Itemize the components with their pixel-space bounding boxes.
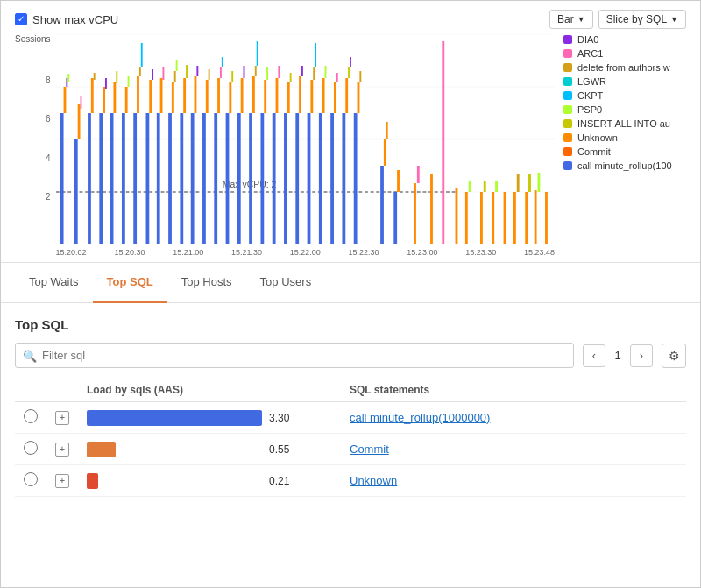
row3-sql-link[interactable]: Unknown <box>350 474 397 487</box>
svg-rect-114 <box>537 173 540 192</box>
row1-radio[interactable] <box>24 409 38 423</box>
svg-rect-90 <box>357 82 359 113</box>
x-label-4: 15:22:00 <box>290 248 321 257</box>
tab-top-waits[interactable]: Top Waits <box>15 263 93 303</box>
show-max-vcpu-checkbox-label[interactable]: Show max vCPU <box>15 13 118 26</box>
row1-bar-bg <box>87 410 262 426</box>
legend-item-delete: delete from authors w <box>563 62 686 73</box>
table-settings-button[interactable]: ⚙ <box>662 344 686 368</box>
svg-rect-101 <box>455 188 457 244</box>
tab-top-hosts[interactable]: Top Hosts <box>167 263 246 303</box>
svg-rect-93 <box>383 139 386 166</box>
row3-radio[interactable] <box>24 472 38 486</box>
row2-bar-value: 0.55 <box>269 443 295 456</box>
svg-rect-29 <box>140 43 142 67</box>
chart-svg-area: Max vCPU: 2 <box>56 34 555 244</box>
legend-item-unknown: Unknown <box>563 132 686 143</box>
search-icon: 🔍 <box>23 349 37 362</box>
svg-rect-46 <box>202 113 206 244</box>
slice-by-dropdown[interactable]: Slice by SQL ▼ <box>598 10 686 29</box>
svg-rect-52 <box>221 57 223 67</box>
legend-item-ckpt: CKPT <box>563 90 686 101</box>
svg-rect-104 <box>480 192 483 244</box>
svg-rect-82 <box>330 113 334 244</box>
svg-rect-79 <box>318 113 322 244</box>
svg-rect-88 <box>350 57 351 67</box>
row2-radio[interactable] <box>24 441 38 455</box>
prev-page-button[interactable]: ‹ <box>583 344 605 367</box>
filter-sql-input[interactable] <box>15 343 574 368</box>
legend-label-dia0: DIA0 <box>577 34 598 45</box>
svg-rect-55 <box>231 71 233 82</box>
row1-bar-fill <box>87 410 262 426</box>
legend-label-psp0: PSP0 <box>577 104 602 115</box>
svg-rect-23 <box>122 113 125 244</box>
tabs-section: Top Waits Top SQL Top Hosts Top Users <box>1 263 700 303</box>
section-title: Top SQL <box>15 317 686 332</box>
svg-rect-91 <box>359 71 361 82</box>
legend-color-call <box>563 161 572 170</box>
svg-rect-64 <box>264 80 266 113</box>
y-label-0 <box>48 231 51 241</box>
svg-rect-106 <box>492 192 494 244</box>
legend-color-psp0 <box>563 105 572 114</box>
svg-rect-57 <box>240 78 243 113</box>
tab-top-sql[interactable]: Top SQL <box>93 263 167 303</box>
svg-rect-27 <box>137 76 139 113</box>
legend-label-arc1: ARC1 <box>577 48 603 59</box>
svg-rect-86 <box>345 78 348 113</box>
svg-rect-67 <box>275 78 278 113</box>
show-max-vcpu-checkbox[interactable] <box>15 13 27 25</box>
svg-rect-61 <box>254 66 256 76</box>
y-label-8: 8 <box>46 75 51 85</box>
bar-dropdown[interactable]: Bar ▼ <box>549 10 593 29</box>
svg-rect-113 <box>534 190 536 244</box>
svg-rect-78 <box>315 43 316 67</box>
svg-rect-13 <box>80 96 81 109</box>
tab-top-sql-label: Top SQL <box>107 275 153 288</box>
row2-radio-cell <box>15 434 46 465</box>
svg-rect-54 <box>229 82 231 113</box>
x-label-3: 15:21:30 <box>231 248 262 257</box>
svg-rect-66 <box>272 113 275 244</box>
svg-rect-53 <box>225 113 229 244</box>
svg-rect-109 <box>513 192 516 244</box>
y-axis-title: Sessions <box>15 34 51 44</box>
svg-rect-99 <box>430 174 433 244</box>
svg-rect-35 <box>162 67 164 80</box>
row2-expand-button[interactable]: + <box>55 443 69 457</box>
svg-rect-17 <box>99 113 103 244</box>
bar-label: Bar <box>557 13 574 25</box>
svg-rect-70 <box>287 82 289 113</box>
chart-container: Sessions 8 6 4 2 Max vCPU: 2 <box>15 34 686 259</box>
y-label-2: 2 <box>46 192 51 202</box>
svg-rect-20 <box>110 113 113 244</box>
svg-rect-58 <box>243 66 244 78</box>
tab-top-users[interactable]: Top Users <box>246 263 326 303</box>
svg-rect-62 <box>256 41 258 66</box>
svg-rect-111 <box>525 192 528 244</box>
row3-bar-value: 0.21 <box>269 475 295 487</box>
row2-sql-link[interactable]: Commit <box>350 443 389 456</box>
row1-sql-link[interactable]: call minute_rollup(1000000) <box>350 411 490 424</box>
next-page-button[interactable]: › <box>630 344 653 367</box>
svg-rect-107 <box>495 181 498 192</box>
pagination: ‹ 1 › <box>583 344 653 367</box>
slice-by-caret-icon: ▼ <box>670 15 678 24</box>
svg-rect-9 <box>66 78 67 87</box>
row3-load-cell: 0.21 <box>78 465 341 497</box>
show-max-vcpu-text: Show max vCPU <box>32 13 118 26</box>
svg-rect-87 <box>348 67 350 78</box>
svg-rect-63 <box>260 113 264 244</box>
page-number: 1 <box>611 349 625 362</box>
svg-rect-95 <box>393 192 397 244</box>
svg-rect-34 <box>159 78 162 113</box>
row1-expand-button[interactable]: + <box>55 411 69 425</box>
svg-rect-40 <box>180 113 183 244</box>
svg-rect-74 <box>301 66 303 76</box>
row3-expand-button[interactable]: + <box>55 474 69 488</box>
sql-table: Load by sqls (AAS) SQL statements + <box>15 379 686 497</box>
svg-rect-10 <box>67 74 69 82</box>
table-header-row: Load by sqls (AAS) SQL statements <box>15 379 686 402</box>
svg-rect-84 <box>336 73 337 82</box>
